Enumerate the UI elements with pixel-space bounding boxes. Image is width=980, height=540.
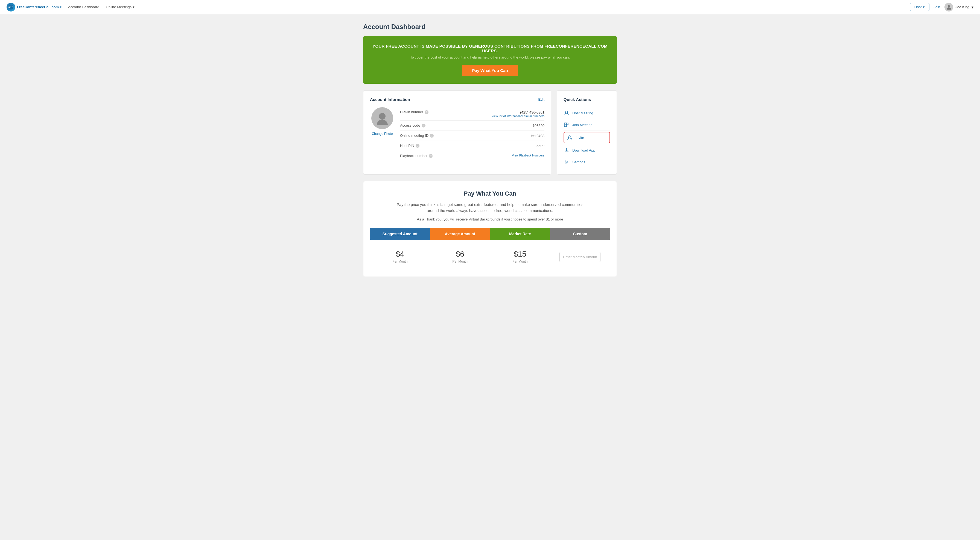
join-meeting-label: Join Meeting bbox=[572, 123, 593, 127]
amount-values: $4 Per Month $6 Per Month $15 Per Month bbox=[370, 245, 610, 268]
join-button[interactable]: Join bbox=[934, 5, 940, 9]
edit-link[interactable]: Edit bbox=[538, 97, 544, 102]
brand-name: FreeConferenceCall.com® bbox=[17, 5, 62, 9]
nav-links: Account Dashboard Online Meetings ▾ bbox=[68, 5, 910, 9]
navbar: FCC FreeConferenceCall.com® Account Dash… bbox=[0, 0, 980, 14]
field-label-host-pin: Host PIN ? bbox=[400, 143, 420, 148]
settings-label: Settings bbox=[572, 160, 585, 164]
field-value-playback: View Playback Numbers bbox=[512, 154, 544, 157]
field-label-meeting-id: Online meeting ID ? bbox=[400, 134, 434, 138]
quick-actions-title: Quick Actions bbox=[563, 97, 591, 102]
change-photo-link[interactable]: Change Photo bbox=[372, 132, 393, 136]
avatar-section: Change Photo bbox=[370, 107, 395, 161]
settings-icon bbox=[563, 159, 570, 165]
promo-banner: YOUR FREE ACCOUNT IS MADE POSSIBLE BY GE… bbox=[363, 36, 617, 84]
download-app-label: Download App bbox=[572, 148, 595, 152]
tab-suggested-amount[interactable]: Suggested Amount bbox=[370, 228, 430, 240]
info-row-meeting-id: Online meeting ID ? test2498 bbox=[400, 131, 544, 141]
account-info-title: Account Information bbox=[370, 97, 410, 102]
main-content: Account Dashboard YOUR FREE ACCOUNT IS M… bbox=[359, 14, 621, 285]
custom-amount-input[interactable] bbox=[560, 252, 600, 262]
svg-point-6 bbox=[568, 136, 570, 138]
amount-average-period: Per Month bbox=[434, 260, 486, 263]
field-value-meeting-id: test2498 bbox=[531, 134, 544, 138]
svg-point-7 bbox=[566, 161, 567, 163]
sidebar-item-host-meeting[interactable]: Host Meeting bbox=[563, 107, 610, 119]
help-icon-playback[interactable]: ? bbox=[429, 154, 433, 158]
user-dropdown-arrow: ▾ bbox=[972, 5, 974, 9]
logo-icon: FCC bbox=[6, 3, 15, 11]
nav-account-dashboard[interactable]: Account Dashboard bbox=[68, 5, 99, 9]
nav-right: Host ▾ Join Joe King ▾ bbox=[910, 3, 974, 11]
pay-section-description: Pay the price you think is fair, get som… bbox=[394, 202, 586, 214]
quick-actions-header: Quick Actions bbox=[563, 97, 610, 102]
help-icon-host-pin[interactable]: ? bbox=[415, 144, 420, 148]
info-row: Account Information Edit Change Photo bbox=[363, 90, 617, 175]
page-title: Account Dashboard bbox=[363, 23, 617, 31]
avatar bbox=[371, 107, 393, 129]
account-info-body: Change Photo Dial-in number ? (425) 436-… bbox=[370, 107, 544, 161]
pay-what-you-can-section: Pay What You Can Pay the price you think… bbox=[363, 181, 617, 277]
host-meeting-label: Host Meeting bbox=[572, 111, 593, 115]
pay-section-note: As a Thank you, you will receive Virtual… bbox=[370, 217, 610, 221]
brand-logo[interactable]: FCC FreeConferenceCall.com® bbox=[6, 3, 62, 11]
amount-average: $6 Per Month bbox=[430, 245, 490, 268]
help-icon-meeting-id[interactable]: ? bbox=[430, 134, 434, 138]
banner-subtext: To cover the cost of your account and he… bbox=[372, 55, 608, 59]
tab-market-rate[interactable]: Market Rate bbox=[490, 228, 550, 240]
view-playback-link[interactable]: View Playback Numbers bbox=[512, 154, 544, 157]
amount-market-value: $15 bbox=[495, 250, 546, 258]
invite-icon bbox=[567, 135, 573, 140]
amount-tabs: Suggested Amount Average Amount Market R… bbox=[370, 228, 610, 240]
help-icon-dial-in[interactable]: ? bbox=[425, 110, 428, 114]
user-avatar-icon bbox=[945, 3, 953, 11]
amount-custom bbox=[550, 245, 610, 268]
amount-market: $15 Per Month bbox=[490, 245, 550, 268]
info-row-access-code: Access code ? 796320 bbox=[400, 121, 544, 131]
amount-suggested-value: $4 bbox=[374, 250, 426, 258]
invite-label: Invite bbox=[576, 136, 584, 140]
field-value-dial-in: (425) 436-6301 View list of internationa… bbox=[492, 110, 544, 118]
tab-custom[interactable]: Custom bbox=[550, 228, 610, 240]
intl-dial-in-link[interactable]: View list of international dial-in numbe… bbox=[492, 114, 544, 118]
info-row-playback: Playback number ? View Playback Numbers bbox=[400, 151, 544, 161]
field-label-access-code: Access code ? bbox=[400, 123, 425, 127]
download-app-icon bbox=[563, 147, 570, 153]
sidebar-item-download-app[interactable]: Download App bbox=[563, 145, 610, 156]
host-button[interactable]: Host ▾ bbox=[910, 3, 929, 11]
info-row-host-pin: Host PIN ? 5509 bbox=[400, 141, 544, 151]
sidebar-item-join-meeting[interactable]: Join Meeting bbox=[563, 119, 610, 131]
sidebar-item-invite[interactable]: Invite bbox=[563, 132, 610, 143]
pay-section-title: Pay What You Can bbox=[370, 190, 610, 197]
svg-point-4 bbox=[565, 111, 568, 113]
amount-suggested-period: Per Month bbox=[374, 260, 426, 263]
field-label-playback: Playback number ? bbox=[400, 154, 433, 158]
field-value-access-code: 796320 bbox=[533, 123, 544, 128]
field-label-dial-in: Dial-in number ? bbox=[400, 110, 428, 114]
amount-market-period: Per Month bbox=[495, 260, 546, 263]
amount-average-value: $6 bbox=[434, 250, 486, 258]
user-menu[interactable]: Joe King ▾ bbox=[945, 3, 974, 11]
user-name: Joe King bbox=[955, 5, 969, 9]
account-info-header: Account Information Edit bbox=[370, 97, 544, 102]
info-row-dial-in: Dial-in number ? (425) 436-6301 View lis… bbox=[400, 107, 544, 121]
tab-average-amount[interactable]: Average Amount bbox=[430, 228, 490, 240]
svg-point-2 bbox=[948, 5, 950, 7]
nav-online-meetings[interactable]: Online Meetings ▾ bbox=[106, 5, 135, 9]
svg-text:FCC: FCC bbox=[8, 6, 14, 9]
join-meeting-icon bbox=[563, 122, 570, 128]
quick-actions-card: Quick Actions Host Meeting bbox=[557, 90, 617, 175]
pay-what-you-can-button[interactable]: Pay What You Can bbox=[462, 65, 518, 76]
field-value-host-pin: 5509 bbox=[536, 143, 544, 148]
svg-point-3 bbox=[379, 113, 385, 119]
info-fields: Dial-in number ? (425) 436-6301 View lis… bbox=[400, 107, 544, 161]
banner-heading: YOUR FREE ACCOUNT IS MADE POSSIBLE BY GE… bbox=[372, 44, 608, 53]
sidebar-item-settings[interactable]: Settings bbox=[563, 156, 610, 168]
help-icon-access-code[interactable]: ? bbox=[422, 124, 425, 127]
amount-suggested: $4 Per Month bbox=[370, 245, 430, 268]
account-info-card: Account Information Edit Change Photo bbox=[363, 90, 551, 175]
host-meeting-icon bbox=[563, 110, 570, 116]
